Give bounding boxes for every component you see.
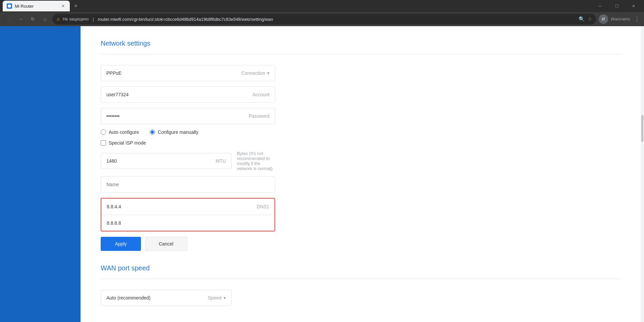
home-button[interactable]: ⌂	[40, 14, 50, 24]
scrollbar-thumb[interactable]	[641, 115, 643, 142]
name-input[interactable]	[101, 176, 275, 193]
connection-input[interactable]	[101, 70, 236, 76]
dns2-row	[101, 215, 275, 231]
main-content: Network settings Connection ▾ Account Pa…	[81, 26, 641, 322]
account-input[interactable]	[101, 92, 247, 97]
auto-configure-input[interactable]	[101, 129, 106, 135]
url-action-icons: 🔍 ☆	[579, 16, 592, 22]
special-isp-mode-row: Special ISP mode	[101, 140, 275, 146]
account-row: Account	[101, 87, 275, 103]
tab-label: Mi Router	[15, 4, 58, 9]
name-row	[101, 176, 275, 193]
dns-box: DNS1	[101, 198, 275, 231]
dns2-input[interactable]	[101, 220, 275, 226]
speed-chevron-icon: ▾	[224, 295, 226, 301]
mtu-label: MTU	[210, 158, 231, 164]
sidebar	[0, 26, 81, 322]
connection-label: Connection	[241, 70, 265, 76]
window-controls: ─ ☐ ✕	[592, 0, 641, 12]
network-settings-title: Network settings	[101, 40, 621, 47]
auto-configure-radio[interactable]: Auto configure	[101, 129, 139, 135]
speed-input[interactable]	[101, 295, 203, 301]
scrollbar[interactable]	[641, 26, 644, 322]
tab-close-button[interactable]: ✕	[60, 3, 66, 9]
special-isp-checkbox[interactable]	[101, 140, 106, 146]
account-label: Account	[247, 92, 275, 97]
chevron-down-icon: ▾	[267, 70, 269, 76]
manual-configure-radio[interactable]: Configure manually	[150, 129, 198, 135]
url-text: router.miwifi.com/cgi-bin/luci/;stok=cbc…	[98, 17, 576, 22]
search-icon[interactable]: 🔍	[579, 16, 585, 22]
speed-dropdown[interactable]: Speed ▾	[203, 295, 231, 301]
browser-menu-button[interactable]: ⋮	[634, 15, 640, 23]
tab-favicon	[7, 3, 12, 9]
dns1-label: DNS1	[251, 204, 275, 209]
connection-row: Connection ▾	[101, 65, 275, 81]
network-form: Connection ▾ Account Password Auto confi…	[101, 65, 275, 251]
button-row: Apply Cancel	[101, 237, 275, 251]
incognito-label: Инкогнито	[611, 17, 630, 21]
profile-button[interactable]: И	[599, 14, 608, 24]
tab-bar: Mi Router ✕ + ─ ☐ ✕	[0, 0, 644, 12]
security-icon: ⚠	[56, 17, 60, 21]
close-window-button[interactable]: ✕	[626, 0, 641, 12]
dns1-row: DNS1	[101, 199, 275, 215]
wan-divider	[101, 279, 621, 279]
wan-port-speed-title: WAN port speed	[101, 264, 621, 272]
url-bar[interactable]: ⚠ Не защищено | router.miwifi.com/cgi-bi…	[52, 14, 596, 24]
apply-button[interactable]: Apply	[101, 237, 141, 251]
forward-button[interactable]: →	[16, 14, 26, 24]
mtu-input[interactable]	[101, 158, 210, 164]
manual-configure-label: Configure manually	[158, 129, 198, 135]
cancel-button[interactable]: Cancel	[145, 237, 187, 251]
connection-dropdown[interactable]: Connection ▾	[236, 70, 275, 76]
password-label: Password	[244, 113, 275, 119]
address-bar: ← → ↻ ⌂ ⚠ Не защищено | router.miwifi.co…	[0, 12, 644, 26]
minimize-button[interactable]: ─	[592, 0, 608, 12]
password-row: Password	[101, 108, 275, 124]
back-button[interactable]: ←	[4, 14, 13, 24]
special-isp-label: Special ISP mode	[109, 140, 146, 146]
browser-chrome: Mi Router ✕ + ─ ☐ ✕ ← → ↻ ⌂ ⚠ Не защищен…	[0, 0, 644, 26]
mtu-input-group: MTU	[101, 153, 232, 169]
new-tab-button[interactable]: +	[71, 1, 81, 11]
maximize-button[interactable]: ☐	[609, 0, 625, 12]
mtu-hint: Bytes (It's not recommended to modify if…	[237, 151, 275, 171]
section-divider	[101, 54, 621, 54]
page-wrapper: Network settings Connection ▾ Account Pa…	[0, 26, 644, 322]
profile-avatar-letter: И	[602, 17, 605, 21]
speed-label: Speed	[208, 295, 221, 301]
configure-radio-group: Auto configure Configure manually	[101, 129, 275, 135]
mtu-row: MTU Bytes (It's not recommended to modif…	[101, 151, 275, 171]
auto-configure-label: Auto configure	[109, 129, 139, 135]
password-input[interactable]	[101, 113, 244, 119]
bookmark-icon[interactable]: ☆	[588, 16, 592, 22]
browser-tab[interactable]: Mi Router ✕	[3, 1, 70, 11]
dns1-input[interactable]	[101, 204, 251, 209]
manual-configure-input[interactable]	[150, 129, 155, 135]
reload-button[interactable]: ↻	[28, 14, 38, 24]
speed-row: Speed ▾	[101, 290, 232, 306]
security-warning-text: Не защищено	[63, 17, 89, 21]
